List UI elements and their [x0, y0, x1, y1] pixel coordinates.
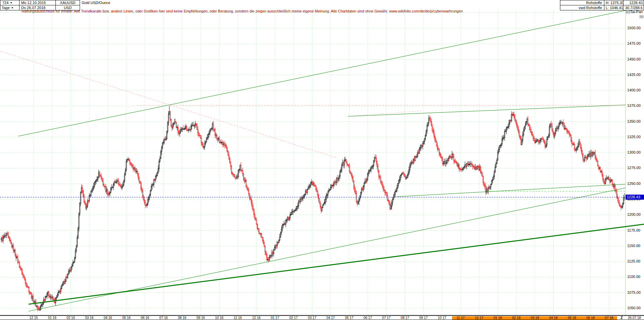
symbol-label: XAUUSD	[55, 0, 80, 5]
end-date: Do 26.07.2018	[19, 5, 56, 10]
x-axis-month-label: 06 17	[364, 316, 372, 320]
chevron-down-icon: ▼	[11, 5, 14, 10]
y-axis-price-label: 1275.00	[627, 166, 641, 170]
y-axis-price-label: 1075.00	[627, 290, 641, 294]
x-axis-month-label: 07 17	[382, 316, 391, 320]
change-stat: 30.7/288.6	[623, 5, 644, 10]
x-axis-month-label: 02 17	[289, 316, 298, 320]
x-axis-month-label: 06 16	[141, 316, 149, 320]
y-axis-price-label: 1300.00	[627, 150, 641, 154]
x-axis-month-label: 03 17	[308, 316, 316, 320]
x-axis-month-label: 07 18	[605, 316, 613, 320]
x-axis-month-label: 04 16	[104, 316, 112, 320]
x-axis-month-label: 03 18	[531, 316, 539, 320]
x-axis-month-label: 09 16	[197, 316, 205, 320]
x-axis-month-label: 01 17	[271, 316, 279, 320]
x-axis-month-label: 06 18	[586, 316, 595, 320]
x-axis-month-label: 09 17	[419, 316, 428, 320]
x-axis-month-label: 01 16	[48, 316, 56, 320]
y-axis-price-label: 1100.00	[627, 275, 640, 279]
x-axis-month-label: 05 16	[122, 316, 131, 320]
copyright-label: (c)Tai-Pan	[626, 10, 644, 15]
session-low: L: 1046.41	[604, 5, 623, 10]
period-dropdown[interactable]: Tage▼	[0, 5, 19, 10]
y-axis-price-label: 1200.00	[627, 212, 641, 216]
x-axis-month-label: 05 18	[568, 316, 576, 320]
category-label: Rohstoffe	[560, 0, 604, 5]
x-axis-month-label: 11 16	[234, 316, 242, 320]
session-high: H: 1375.30	[604, 0, 623, 5]
y-axis-price-label: 1375.00	[627, 104, 641, 108]
y-axis-price-label: 1475.00	[627, 41, 641, 45]
y-axis-price-label: 1450.00	[627, 57, 641, 61]
axis-scale-widget[interactable]	[640, 15, 643, 18]
instrument-title: Gold USD/Ounce	[82, 0, 110, 5]
taipan-chart-window: 724▼ Tage▼ Mo 12.10.2015 Do 26.07.2018 X…	[0, 0, 644, 320]
x-axis-month-label: 08 16	[178, 316, 186, 320]
y-axis-price-label: 1150.00	[627, 244, 640, 248]
zoom-z-button[interactable]: Z	[620, 316, 623, 320]
x-axis-month-label: 12 15	[29, 316, 38, 320]
y-axis-price-label: 1125.00	[627, 259, 640, 263]
y-axis-price-label: 1500.00	[627, 26, 641, 30]
x-axis-month-label: 04 17	[326, 316, 335, 320]
x-axis-month-label: 08 17	[401, 316, 409, 320]
x-axis-month-label: 01 18	[493, 316, 502, 320]
x-axis-month-label: 11 17	[456, 316, 465, 320]
last-date-label: 26.07.18	[628, 316, 641, 320]
x-axis-month-label: 03 16	[85, 316, 93, 320]
y-axis-price-label: 1400.00	[627, 88, 641, 92]
y-axis-price-label: 1175.00	[627, 228, 640, 232]
x-axis-month-label: 12 16	[252, 316, 260, 320]
grid-layer	[0, 10, 627, 320]
last-price: 1228.43	[623, 0, 644, 5]
y-axis-price-label: 1325.00	[627, 135, 641, 139]
current-price-badge: 1228.43	[626, 195, 644, 200]
feed-label: vwd Rohstoffe	[560, 5, 604, 10]
start-date: Mo 12.10.2015	[19, 0, 56, 5]
x-axis-month-label: 02 16	[67, 316, 75, 320]
bar-count-dropdown[interactable]: 724▼	[0, 0, 19, 5]
chart-header: 724▼ Tage▼ Mo 12.10.2015 Do 26.07.2018 X…	[0, 0, 644, 10]
y-axis-price-label: 1050.00	[627, 306, 641, 310]
y-axis-price-label: 1425.00	[627, 73, 641, 77]
x-axis-month-label: 10 17	[438, 316, 446, 320]
trendlines-layer	[0, 9, 644, 311]
x-axis-month-label: 02 18	[512, 316, 520, 320]
candles-layer	[1, 106, 625, 312]
y-axis-price-label: 1250.00	[627, 182, 641, 186]
currency-label: USD	[55, 5, 80, 10]
x-axis-month-label: 12 17	[475, 316, 483, 320]
y-axis-price-label: 1350.00	[627, 119, 641, 123]
x-axis-month-label: 04 18	[549, 316, 558, 320]
chevron-down-icon: ▼	[10, 0, 12, 5]
x-axis-month-label: 05 17	[345, 316, 353, 320]
x-axis-month-label: 07 16	[159, 316, 168, 320]
x-axis-month-label: 10 16	[215, 316, 224, 320]
price-chart[interactable]	[0, 0, 644, 320]
